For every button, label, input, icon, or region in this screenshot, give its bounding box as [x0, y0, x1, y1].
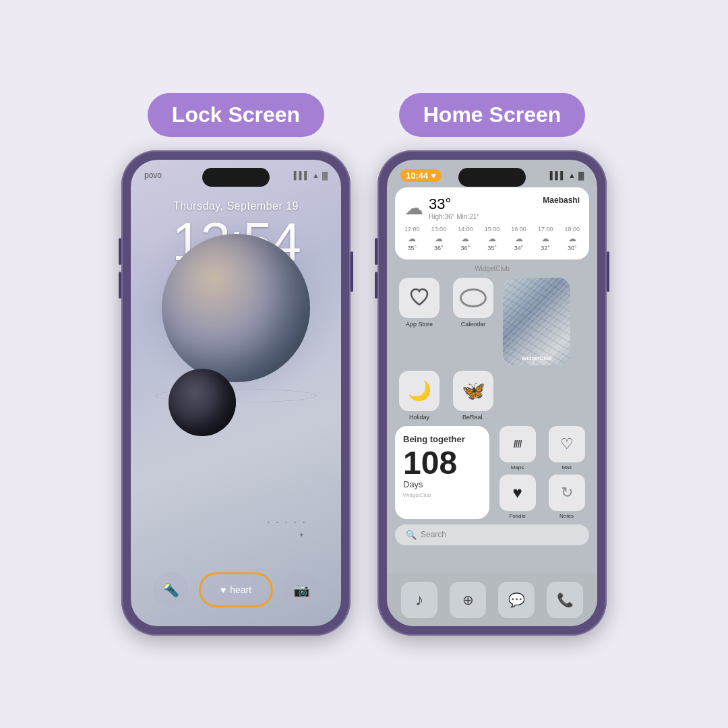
home-power[interactable]: [607, 251, 609, 292]
home-screen-phone: 10:44 ♥ ▌▌▌ ▲ ▓: [377, 150, 607, 636]
planet-small: [169, 369, 236, 436]
weather-temp-container: 33° High:36° Min:21°: [429, 195, 479, 220]
weather-hour-2: 14:00 ☁ 36°: [458, 226, 473, 251]
planet-main: [162, 234, 310, 382]
foodie-heart-icon: ♥: [512, 483, 522, 502]
weather-high: High:36°: [429, 213, 454, 220]
vol-up-button[interactable]: [119, 238, 121, 265]
calendar-icon-img: [453, 278, 493, 318]
foodie-app[interactable]: ♥ Foodie: [495, 475, 540, 519]
holiday-label: Holiday: [409, 414, 429, 421]
maps-app[interactable]: //// Maps: [495, 426, 540, 471]
calendar-icon[interactable]: Calendar: [449, 278, 497, 365]
dock-phone[interactable]: 📞: [547, 582, 583, 618]
lock-bottom-controls: 🔦 ♥ heart 📷: [131, 572, 341, 607]
home-screen-inner: 10:44 ♥ ▌▌▌ ▲ ▓: [387, 160, 597, 626]
vol-down-button[interactable]: [119, 272, 121, 299]
lock-status-icons: ▌▌▌ ▲ ▓: [294, 171, 328, 179]
carrier-label: povo: [144, 171, 162, 180]
weather-hour-3: 15:00 ☁ 35°: [485, 226, 500, 251]
phone-icon: 📞: [557, 592, 574, 608]
app-store-icon[interactable]: App Store: [395, 278, 444, 365]
home-vol-up[interactable]: [375, 238, 377, 265]
dock-safari[interactable]: ⊕: [450, 582, 486, 618]
mail-icon: ♡: [549, 426, 585, 462]
weather-forecast: 12:00 ☁ 35° 13:00 ☁ 36°: [404, 226, 580, 251]
star-decoration: ✦: [299, 531, 304, 539]
mini-app-row-1: //// Maps ♡ Mail: [495, 426, 589, 471]
battery-icon: ▓: [322, 171, 328, 179]
home-time-badge: 10:44 ♥: [400, 169, 442, 182]
home-dynamic-island: [458, 168, 526, 187]
weather-high-low: High:36° Min:21°: [429, 213, 479, 220]
weather-hour-6: 18:00 ☁ 30°: [564, 226, 580, 251]
weather-hour-1: 13:00 ☁ 36°: [431, 226, 447, 251]
power-button[interactable]: [351, 251, 353, 292]
moon-icon: 🌙: [408, 380, 431, 402]
app-store-icon-img: [399, 278, 439, 318]
marble-widget-label: WidgetClub: [503, 355, 570, 361]
foodie-icon: ♥: [499, 475, 536, 511]
bereal-icon[interactable]: 🦋 BeReal.: [449, 371, 497, 421]
maps-arrows-icon: ////: [514, 439, 522, 450]
home-wifi-icon: ▲: [568, 171, 576, 179]
weather-location: Maebashi: [543, 195, 580, 205]
weather-low: Min:21°: [456, 213, 479, 220]
butterfly-icon: 🦋: [462, 380, 485, 402]
notes-icon: ↻: [549, 475, 585, 511]
lock-screen-inner: povo ▌▌▌ ▲ ▓ Thursday, September 19 13:5…: [131, 160, 341, 626]
dock: ♪ ⊕ 💬 📞: [387, 574, 597, 626]
home-screen-bg: 10:44 ♥ ▌▌▌ ▲ ▓: [387, 160, 597, 626]
maps-label: Maps: [511, 464, 524, 471]
mail-app[interactable]: ♡ Mail: [544, 426, 589, 471]
lock-date-text: Thursday, September 19: [131, 200, 341, 212]
weather-left: ☁ 33° High:36° Min:21°: [404, 195, 479, 220]
safari-icon: ⊕: [462, 592, 474, 608]
home-content: ☁ 33° High:36° Min:21°: [387, 182, 597, 519]
holiday-icon[interactable]: 🌙 Holiday: [395, 371, 444, 421]
marble-widget[interactable]: WidgetClub: [503, 278, 570, 365]
dots-decoration: • • • • •: [268, 519, 307, 525]
weather-cloud-icon: ☁: [404, 197, 423, 219]
marble-space: [503, 371, 570, 421]
bt-number: 108: [403, 447, 481, 479]
bereal-label: BeReal.: [462, 414, 484, 421]
search-bar[interactable]: 🔍 Search: [395, 524, 589, 545]
camera-icon: 📷: [293, 582, 310, 598]
heart-svg: [407, 286, 431, 310]
home-status-icons: ▌▌▌ ▲ ▓: [550, 171, 584, 179]
calendar-oval: [460, 289, 487, 307]
camera-button[interactable]: 📷: [284, 572, 319, 607]
notes-label: Notes: [559, 513, 574, 519]
dock-messages[interactable]: 💬: [498, 582, 535, 618]
lock-screen-label: Lock Screen: [148, 93, 324, 137]
flashlight-button[interactable]: 🔦: [153, 572, 188, 607]
heart-button[interactable]: ♥ heart: [199, 572, 273, 607]
music-icon: ♪: [415, 590, 423, 609]
heart-icon: ♥: [220, 584, 226, 595]
being-together-widget[interactable]: Being together 108 Days WidgetClub: [395, 426, 489, 519]
widget-club-label: WidgetClub: [395, 265, 589, 272]
messages-icon: 💬: [508, 592, 525, 608]
home-screen-label: Home Screen: [399, 93, 586, 137]
weather-temp: 33°: [429, 195, 479, 213]
mini-app-row-2: ♥ Foodie ↻ Notes: [495, 475, 589, 519]
foodie-label: Foodie: [509, 513, 525, 519]
home-battery-icon: ▓: [578, 171, 584, 179]
search-placeholder: Search: [421, 530, 446, 539]
lock-screen-bg: povo ▌▌▌ ▲ ▓ Thursday, September 19 13:5…: [131, 160, 341, 626]
bereal-icon-img: 🦋: [453, 371, 493, 411]
notes-spinner-icon: ↻: [561, 484, 573, 502]
weather-hour-0: 12:00 ☁ 35°: [404, 226, 420, 251]
notes-app[interactable]: ↻ Notes: [544, 475, 589, 519]
holiday-icon-img: 🌙: [399, 371, 439, 411]
heart-label: heart: [230, 584, 251, 595]
dynamic-island: [202, 168, 270, 187]
weather-widget[interactable]: ☁ 33° High:36° Min:21°: [395, 187, 589, 260]
lock-screen-section: Lock Screen povo ▌▌▌ ▲ ▓: [121, 93, 351, 636]
search-icon: 🔍: [406, 530, 417, 540]
lock-screen-phone: povo ▌▌▌ ▲ ▓ Thursday, September 19 13:5…: [121, 150, 351, 636]
dock-music[interactable]: ♪: [401, 582, 437, 618]
home-signal-icon: ▌▌▌: [550, 171, 566, 179]
home-vol-down[interactable]: [375, 272, 377, 299]
